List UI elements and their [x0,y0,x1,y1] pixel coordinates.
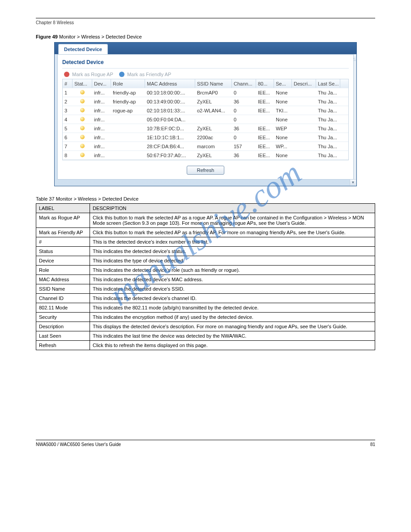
cell-lastseen: Thu Ja... [316,117,340,122]
cell-ssid: ZyXEL [195,153,232,158]
cell-channel: 36 [232,126,256,131]
tab-detected-device[interactable]: Detected Device [58,44,108,54]
cell-device: infr... [92,99,111,104]
cell-mac: 50:67:F0:37:A0:... [145,153,195,158]
cell-description: This indicates the detected device's sta… [90,247,375,256]
bulb-icon [80,153,85,157]
table-row: Last SeenThis indicates the last time th… [36,331,375,341]
cell-label: # [36,237,90,247]
cell-number: 7 [63,144,73,149]
cell-number: 6 [63,135,73,140]
table-row[interactable]: 4infr...05:00:F0:04:DA...0NoneThu Ja... [63,115,348,124]
table-row: Mark as Friendly APClick this button to … [36,228,375,237]
cell-label: Role [36,266,90,275]
cell-security: None [274,153,292,158]
cell-description: This indicates the 802.11 mode (a/b/g/n)… [90,303,375,313]
cell-lastseen: Thu Ja... [316,90,340,95]
header-left: Chapter 8 Wireless [36,20,74,25]
col-mac[interactable]: MAC Address [145,79,195,88]
table-row[interactable]: 1infr...friendly-ap00:10:18:00:00:...Brc… [63,88,348,97]
cell-ssid: ZyXEL [195,99,232,104]
cell-description: This indicates the detected device's cha… [90,294,375,303]
status-icon [73,99,92,104]
cell-label: Security [36,313,90,322]
status-icon [73,126,92,131]
table-caption: Table 37 Monitor > Wireless > Detected D… [36,196,375,202]
table-row: SecurityThis indicates the encryption me… [36,313,375,322]
table-row: RefreshClick this to refresh the items d… [36,341,375,350]
mark-friendly-button[interactable]: Mark as Friendly AP [127,72,171,77]
cell-role: friendly-ap [111,90,145,95]
description-table: LABEL DESCRIPTION Mark as Rogue APClick … [36,203,375,350]
cell-number: 8 [63,153,73,158]
cell-label: Mark as Rogue AP [36,213,90,228]
cell-description: This displays the detected device's desc… [90,322,375,331]
cell-description: This indicates the detected device's SSI… [90,284,375,294]
cell-mac: 28:CF:DA:B6:4... [145,144,195,149]
cell-device: infr... [92,135,111,140]
cell-security: None [274,117,292,122]
cell-lastseen: Thu Ja... [316,153,340,158]
cell-80211: IEE... [256,99,274,104]
mark-rogue-button[interactable]: Mark as Rogue AP [72,72,113,77]
cell-lastseen: Thu Ja... [316,126,340,131]
bulb-icon [80,126,85,130]
cell-label: Mark as Friendly AP [36,228,90,237]
table-row[interactable]: 7infr...28:CF:DA:B6:4...marcom157IEE...W… [63,142,348,151]
table-row: DescriptionThis displays the detected de… [36,322,375,331]
cell-80211: IEE... [256,108,274,113]
refresh-button[interactable]: Refresh [187,166,225,175]
cell-security: TKI... [274,108,292,113]
table-row: Mark as Rogue APClick this button to mar… [36,213,375,228]
cell-number: 5 [63,126,73,131]
cell-number: 3 [63,108,73,113]
toolbar: Mark as Rogue AP Mark as Friendly AP [62,69,349,79]
scroll-down-icon[interactable]: ▼ [350,179,356,185]
status-icon [73,90,92,95]
col-80211[interactable]: 80... [256,79,274,88]
cell-channel: 36 [232,99,256,104]
cell-role: friendly-ap [111,99,145,104]
table-row: StatusThis indicates the detected device… [36,247,375,256]
col-number[interactable]: # [63,79,73,88]
cell-device: infr... [92,108,111,113]
cell-ssid: BrcmAP0 [195,90,232,95]
figure-caption: Figure 49 Monitor > Wireless > Detected … [36,34,375,39]
cell-description: This is the detected device's index numb… [90,237,375,247]
footer-left: NWA5000 / WAC6500 Series User's Guide [36,442,121,447]
cell-mac: 00:10:18:00:00:... [145,90,195,95]
cell-description: Click this button to mark the selected A… [90,228,375,237]
th-description: DESCRIPTION [90,204,375,213]
cell-security: None [274,99,292,104]
rogue-ap-icon [64,72,69,77]
table-row[interactable]: 5infr...10:7B:EF:0C:D...ZyXEL36IEE...WEP… [63,124,348,133]
cell-security: WP... [274,144,292,149]
table-row[interactable]: 2infr...friendly-ap00:13:49:00:00:...ZyX… [63,97,348,106]
cell-device: infr... [92,117,111,122]
cell-description: This indicates the last time the device … [90,331,375,341]
cell-mac: 05:00:F0:04:DA... [145,117,195,122]
cell-80211: IEE... [256,90,274,95]
th-label: LABEL [36,204,90,213]
col-role[interactable]: Role [111,79,145,88]
cell-label: Last Seen [36,331,90,341]
col-channel[interactable]: Chann... [232,79,256,88]
cell-security: None [274,90,292,95]
col-device[interactable]: Dev... [92,79,111,88]
col-lastseen[interactable]: Last Se... [316,79,340,88]
col-status[interactable]: Stat... [73,79,92,88]
cell-lastseen: Thu Ja... [316,108,340,113]
cell-number: 1 [63,90,73,95]
col-ssid[interactable]: SSID Name [195,79,232,88]
cell-label: Device [36,256,90,266]
table-row[interactable]: 8infr...50:67:F0:37:A0:...ZyXEL36IEE...N… [63,151,348,160]
cell-lastseen: Thu Ja... [316,99,340,104]
cell-description: Click this to refresh the items displaye… [90,341,375,350]
cell-80211: IEE... [256,126,274,131]
cell-channel: 157 [232,144,256,149]
table-row[interactable]: 3infr...rogue-ap02:10:18:01:33:...o2-WLA… [63,106,348,115]
col-security[interactable]: Se... [274,79,292,88]
table-row[interactable]: 6infr...1E:1D:1C:1B:1...2200ac0IEE...Non… [63,133,348,142]
cell-role: rogue-ap [111,108,145,113]
col-description[interactable]: Descri... [292,79,316,88]
